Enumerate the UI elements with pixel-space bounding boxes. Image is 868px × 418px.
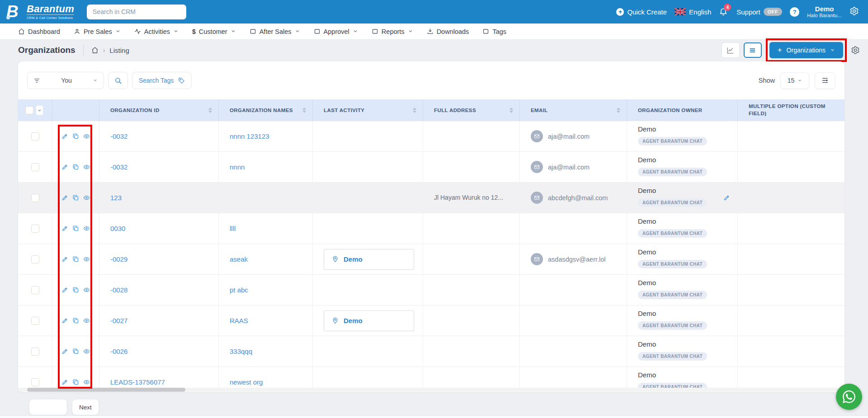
view-icon[interactable]	[83, 256, 90, 263]
nav-item-after-sales[interactable]: After Sales	[250, 28, 300, 35]
nav-item-dashboard[interactable]: Dashboard	[18, 28, 60, 35]
org-name-link[interactable]: nnnn 123123	[219, 121, 313, 151]
column-header-last-activity[interactable]: LAST ACTIVITY	[313, 99, 423, 121]
edit-icon[interactable]	[61, 225, 68, 232]
view-icon[interactable]	[83, 225, 90, 232]
org-id-link[interactable]: 123	[99, 183, 219, 213]
row-checkbox[interactable]	[31, 286, 39, 294]
nav-item-downloads[interactable]: Downloads	[427, 28, 469, 35]
column-header-email[interactable]: EMAIL	[520, 99, 627, 121]
user-menu[interactable]: Demo Halo Barantu...	[807, 5, 842, 19]
settings-button[interactable]	[849, 6, 859, 17]
row-checkbox[interactable]	[31, 255, 39, 263]
support-toggle[interactable]: Support OFF	[736, 8, 782, 16]
edit-icon[interactable]	[61, 286, 68, 293]
horizontal-scrollbar-thumb[interactable]	[27, 388, 185, 392]
last-activity-button[interactable]: Demo	[324, 310, 414, 331]
list-view-button[interactable]	[744, 42, 762, 58]
edit-icon[interactable]	[61, 194, 68, 201]
view-icon[interactable]	[83, 286, 90, 293]
org-id-link[interactable]: -0026	[99, 336, 219, 366]
nav-item-pre-sales[interactable]: Pre Sales	[74, 28, 121, 35]
org-id-link[interactable]: 0030	[99, 213, 219, 244]
sort-icon[interactable]	[509, 108, 513, 113]
last-activity-button[interactable]: Demo	[324, 249, 414, 270]
org-id-link[interactable]: -0032	[99, 152, 219, 182]
org-name-link[interactable]: RAAS	[219, 305, 313, 336]
org-name-link[interactable]: 333qqq	[219, 336, 313, 366]
row-checkbox[interactable]	[31, 163, 39, 171]
nav-item-customer[interactable]: $Customer	[192, 28, 236, 35]
org-name-link[interactable]: nnnn	[219, 152, 313, 182]
column-header-full-address[interactable]: FULL ADDRESS	[423, 99, 520, 121]
next-page-button[interactable]: Next	[72, 399, 99, 415]
horizontal-scrollbar-track[interactable]	[18, 388, 844, 392]
duplicate-icon[interactable]	[72, 348, 79, 355]
sort-icon[interactable]	[617, 108, 620, 113]
nav-item-tags[interactable]: Tags	[482, 28, 506, 35]
edit-icon[interactable]	[61, 317, 68, 324]
org-name-link[interactable]	[219, 183, 313, 213]
nav-item-activities[interactable]: Activities	[134, 28, 179, 35]
sort-icon[interactable]	[208, 108, 212, 113]
row-checkbox[interactable]	[31, 348, 39, 356]
language-selector[interactable]: English	[675, 8, 711, 16]
select-all-checkbox[interactable]	[25, 106, 33, 114]
view-icon[interactable]	[83, 348, 90, 355]
column-header-organization-names[interactable]: ORGANIZATION NAMES	[219, 99, 313, 121]
notifications-button[interactable]: 4	[719, 7, 729, 17]
edit-icon[interactable]	[61, 164, 68, 170]
org-id-link[interactable]: -0028	[99, 275, 219, 305]
view-icon[interactable]	[83, 317, 90, 324]
quick-create-button[interactable]: + Quick Create	[616, 8, 667, 16]
duplicate-icon[interactable]	[72, 317, 79, 324]
view-icon[interactable]	[83, 379, 90, 385]
edit-icon[interactable]	[61, 133, 68, 140]
whatsapp-fab[interactable]	[836, 384, 862, 410]
row-checkbox[interactable]	[31, 317, 39, 325]
row-checkbox[interactable]	[31, 378, 39, 386]
edit-icon[interactable]	[61, 379, 68, 385]
select-menu-dropdown[interactable]	[36, 105, 43, 115]
brand-logo[interactable]: B Barantum CRM & Call Center Solutions	[6, 3, 74, 21]
edit-icon[interactable]	[61, 348, 68, 355]
duplicate-icon[interactable]	[72, 133, 79, 140]
help-button[interactable]: ?	[790, 7, 799, 17]
previous-page-button[interactable]	[29, 399, 67, 415]
list-settings-button[interactable]	[851, 46, 860, 55]
nav-item-approvel[interactable]: Approvel	[314, 28, 358, 35]
duplicate-icon[interactable]	[72, 379, 79, 385]
duplicate-icon[interactable]	[72, 164, 79, 170]
chart-view-button[interactable]	[722, 42, 740, 58]
org-id-link[interactable]: -0032	[99, 121, 219, 151]
display-density-button[interactable]	[815, 72, 835, 89]
row-checkbox[interactable]	[31, 132, 39, 141]
search-input[interactable]	[87, 5, 186, 19]
view-icon[interactable]	[83, 164, 90, 170]
org-id-link[interactable]: -0029	[99, 244, 219, 274]
view-icon[interactable]	[83, 194, 90, 201]
create-organization-button[interactable]: + Organizations	[769, 42, 843, 58]
duplicate-icon[interactable]	[72, 225, 79, 232]
duplicate-icon[interactable]	[72, 286, 79, 293]
duplicate-icon[interactable]	[72, 256, 79, 263]
org-name-link[interactable]: aseak	[219, 244, 313, 274]
org-id-link[interactable]: -0027	[99, 305, 219, 336]
duplicate-icon[interactable]	[72, 194, 79, 201]
org-name-link[interactable]: pt abc	[219, 275, 313, 305]
column-header-organization-id[interactable]: ORGANIZATION ID	[99, 99, 219, 121]
page-size-dropdown[interactable]: 15	[780, 72, 809, 89]
edit-icon[interactable]	[61, 256, 68, 263]
sort-icon[interactable]	[413, 108, 416, 113]
row-checkbox[interactable]	[31, 225, 39, 233]
breadcrumb-home-icon[interactable]	[91, 47, 99, 54]
search-tags-button[interactable]: Search Tags	[132, 72, 192, 89]
sort-icon[interactable]	[302, 108, 306, 113]
org-name-link[interactable]: llll	[219, 213, 313, 244]
nav-item-reports[interactable]: Reports	[372, 28, 413, 35]
edit-icon[interactable]	[723, 194, 730, 202]
owner-filter-dropdown[interactable]: You	[27, 72, 104, 89]
table-search-button[interactable]	[108, 72, 128, 89]
view-icon[interactable]	[83, 133, 90, 140]
row-checkbox[interactable]	[31, 194, 39, 202]
